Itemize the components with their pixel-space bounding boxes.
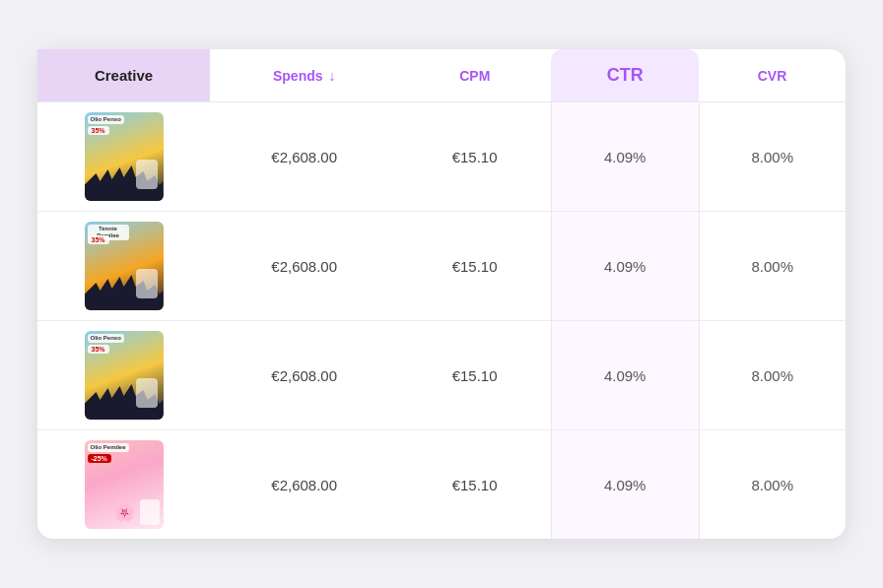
ctr-column-header[interactable]: CTR bbox=[551, 49, 699, 102]
cvr-column-header[interactable]: CVR bbox=[699, 49, 846, 102]
cpm-cell-1: €15.10 bbox=[398, 102, 551, 212]
spends-label: Spends bbox=[273, 68, 323, 84]
table-row: Tennie Pemilee35%€2,608.00€15.104.09%8.0… bbox=[37, 212, 846, 321]
creative-column-header: Creative bbox=[37, 49, 210, 102]
ctr-cell-1: 4.09% bbox=[551, 102, 699, 212]
cpm-cell-2: €15.10 bbox=[398, 212, 551, 321]
creative-cell-2: Tennie Pemilee35% bbox=[37, 212, 210, 321]
spends-cell-3: €2,608.00 bbox=[210, 321, 398, 430]
cvr-cell-1: 8.00% bbox=[699, 102, 846, 212]
ctr-cell-3: 4.09% bbox=[551, 321, 699, 430]
sort-arrow-icon: ↓ bbox=[328, 68, 335, 84]
spends-cell-4: €2,608.00 bbox=[210, 430, 398, 540]
table-row: Olio Pemilee-25%🌸€2,608.00€15.104.09%8.0… bbox=[37, 430, 846, 540]
cpm-column-header[interactable]: CPM bbox=[398, 49, 551, 102]
cvr-cell-2: 8.00% bbox=[699, 212, 846, 321]
ctr-cell-2: 4.09% bbox=[551, 212, 699, 321]
spends-cell-1: €2,608.00 bbox=[210, 102, 398, 212]
creative-cell-4: Olio Pemilee-25%🌸 bbox=[37, 430, 210, 540]
spends-cell-2: €2,608.00 bbox=[210, 212, 398, 321]
table-row: Olio Penso35%€2,608.00€15.104.09%8.00% bbox=[37, 321, 846, 430]
table-row: Olio Penso35%€2,608.00€15.104.09%8.00% bbox=[37, 102, 846, 212]
data-table: Creative Spends ↓ CPM CTR CVR Olio Penso… bbox=[37, 49, 846, 539]
cvr-cell-4: 8.00% bbox=[699, 430, 846, 540]
cpm-cell-4: €15.10 bbox=[398, 430, 551, 540]
creative-cell-1: Olio Penso35% bbox=[37, 102, 210, 212]
cpm-cell-3: €15.10 bbox=[398, 321, 551, 430]
creative-cell-3: Olio Penso35% bbox=[37, 321, 210, 430]
cvr-cell-3: 8.00% bbox=[699, 321, 846, 430]
ctr-cell-4: 4.09% bbox=[551, 430, 699, 540]
spends-column-header[interactable]: Spends ↓ bbox=[210, 49, 398, 102]
